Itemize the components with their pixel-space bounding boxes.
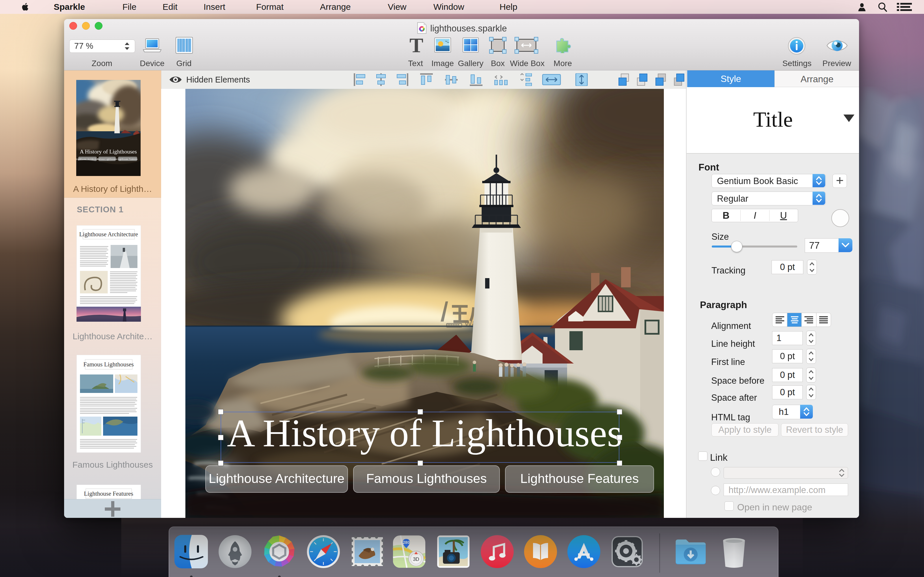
svg-text:Famous Lighthouses: Famous Lighthouses <box>84 361 134 368</box>
svg-text:Lighthouse Features: Lighthouse Features <box>118 158 138 160</box>
svg-text:Lighthouse Architecture: Lighthouse Architecture <box>76 158 99 160</box>
svg-text:3D: 3D <box>413 556 419 562</box>
svg-text:Lighthouse Architecture: Lighthouse Architecture <box>79 231 138 238</box>
svg-text:Famous Lighthouses: Famous Lighthouses <box>97 158 117 160</box>
svg-text:A History of Lighthouses: A History of Lighthouses <box>80 148 137 155</box>
svg-text:280: 280 <box>403 540 410 545</box>
svg-text:Lighthouse Features: Lighthouse Features <box>84 490 133 497</box>
